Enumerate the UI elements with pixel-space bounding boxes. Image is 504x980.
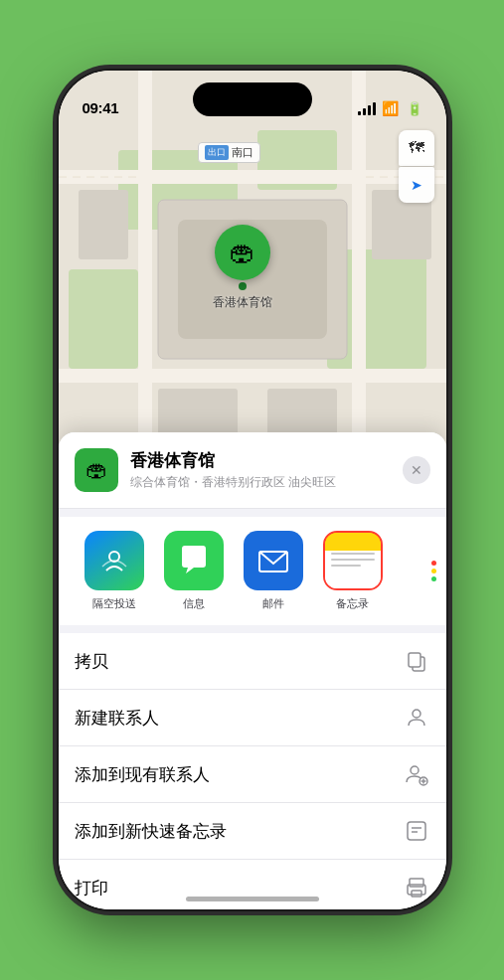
stadium-pin: 🏟 香港体育馆 — [213, 225, 272, 311]
close-button[interactable]: ✕ — [403, 456, 430, 484]
action-add-existing[interactable]: 添加到现有联系人 — [59, 746, 446, 803]
print-svg — [405, 876, 428, 899]
add-notes-svg — [405, 819, 428, 843]
dot-red — [431, 561, 436, 566]
bottom-sheet: 🏟 香港体育馆 综合体育馆・香港特别行政区 油尖旺区 ✕ — [59, 432, 446, 909]
share-airdrop[interactable]: 隔空投送 — [75, 531, 154, 611]
status-icons: 📶 🔋 — [358, 100, 422, 116]
action-add-notes[interactable]: 添加到新快速备忘录 — [59, 803, 446, 860]
action-print[interactable]: 打印 — [59, 860, 446, 909]
label-text: 南口 — [232, 145, 253, 160]
svg-rect-27 — [408, 822, 425, 840]
messages-svg — [176, 543, 212, 578]
airdrop-label: 隔空投送 — [92, 596, 136, 611]
more-indicator — [397, 517, 446, 625]
map-controls: 🗺 ➤ — [399, 130, 434, 203]
notes-icon — [323, 531, 383, 590]
dot-green — [431, 576, 436, 581]
mail-svg — [255, 543, 291, 578]
messages-icon — [164, 531, 224, 590]
location-name: 香港体育馆 — [130, 449, 391, 472]
new-contact-label: 新建联系人 — [75, 707, 403, 730]
wifi-icon: 📶 — [382, 100, 399, 116]
copy-icon — [403, 647, 430, 675]
svg-point-22 — [413, 710, 420, 718]
pin-icon: 🏟 — [215, 225, 270, 280]
pin-dot — [239, 282, 247, 290]
print-icon — [403, 874, 430, 901]
location-button[interactable]: ➤ — [399, 167, 434, 203]
pin-label: 香港体育馆 — [213, 294, 272, 311]
location-app-icon: 🏟 — [75, 448, 118, 492]
share-row: 隔空投送 信息 — [59, 517, 446, 625]
airdrop-icon — [84, 531, 144, 590]
action-list: 拷贝 新建联系人 — [59, 633, 446, 909]
share-messages[interactable]: 信息 — [154, 531, 234, 611]
add-existing-svg — [405, 762, 428, 786]
status-time: 09:41 — [83, 99, 119, 116]
add-existing-label: 添加到现有联系人 — [75, 763, 403, 786]
action-new-contact[interactable]: 新建联系人 — [59, 690, 446, 746]
svg-point-23 — [411, 766, 419, 774]
battery-icon: 🔋 — [407, 101, 422, 116]
home-indicator — [186, 897, 319, 901]
messages-label: 信息 — [183, 596, 205, 611]
add-notes-label: 添加到新快速备忘录 — [75, 820, 403, 843]
svg-rect-3 — [69, 269, 138, 369]
add-existing-icon — [403, 760, 430, 788]
location-subtitle: 综合体育馆・香港特别行政区 油尖旺区 — [130, 474, 391, 491]
share-mail[interactable]: 邮件 — [234, 531, 313, 611]
action-copy[interactable]: 拷贝 — [59, 633, 446, 690]
svg-rect-32 — [412, 891, 421, 897]
signal-icon — [358, 102, 376, 115]
svg-rect-21 — [409, 653, 420, 667]
location-header: 🏟 香港体育馆 综合体育馆・香港特别行政区 油尖旺区 ✕ — [59, 432, 446, 509]
new-contact-icon — [403, 704, 430, 732]
add-notes-icon — [403, 817, 430, 845]
svg-rect-11 — [79, 190, 128, 259]
dot-yellow — [431, 569, 436, 573]
svg-rect-8 — [59, 369, 446, 383]
mail-icon — [244, 531, 303, 590]
svg-rect-30 — [410, 879, 423, 887]
more-dots-container — [431, 561, 436, 581]
copy-svg — [405, 649, 428, 673]
location-info: 香港体育馆 综合体育馆・香港特别行政区 油尖旺区 — [130, 449, 391, 491]
phone-frame: 09:41 📶 🔋 — [59, 71, 446, 909]
phone-screen: 09:41 📶 🔋 — [59, 71, 446, 909]
airdrop-svg — [98, 545, 130, 576]
mail-label: 邮件 — [262, 596, 284, 611]
copy-label: 拷贝 — [75, 650, 403, 673]
map-layers-button[interactable]: 🗺 — [399, 130, 434, 166]
new-contact-svg — [405, 706, 428, 730]
map-location-label: 出口 南口 — [198, 142, 260, 163]
notes-label: 备忘录 — [336, 596, 369, 611]
dynamic-island — [193, 82, 312, 116]
label-tag: 出口 — [205, 145, 229, 160]
share-notes[interactable]: 备忘录 — [313, 531, 393, 611]
